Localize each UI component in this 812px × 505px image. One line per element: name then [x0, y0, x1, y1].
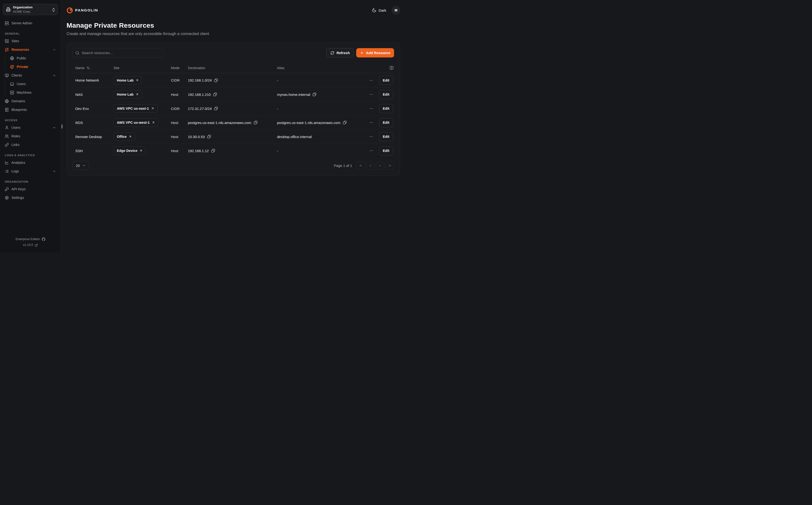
toggle-columns-button[interactable] [390, 66, 394, 70]
cell-site: Home Lab [111, 90, 168, 99]
alias-value: postgres.us-east-1.rds.amazonaws.com [277, 121, 341, 125]
sidebar-item-machines[interactable]: Machines [5, 88, 58, 97]
sidebar-item-settings[interactable]: Settings [3, 193, 58, 202]
edit-button[interactable]: Edit [379, 118, 393, 127]
copy-icon [207, 135, 211, 139]
edit-button[interactable]: Edit [379, 132, 393, 141]
pagination-buttons [356, 161, 394, 170]
add-resource-button[interactable]: Add Resource [356, 48, 394, 57]
globe-lock-icon [10, 65, 14, 69]
sidebar-item-public[interactable]: Public [5, 54, 58, 62]
row-menu-button[interactable] [369, 92, 373, 97]
org-switcher-value: ACME Corp. [13, 10, 49, 14]
sidebar-item-label: Public [17, 56, 56, 60]
theme-toggle[interactable]: Dark [372, 8, 386, 13]
copy-destination-button[interactable] [214, 78, 218, 82]
edit-button[interactable]: Edit [379, 90, 393, 99]
sidebar-item-resources[interactable]: Resources [3, 45, 58, 54]
cell-name: NAS [72, 93, 111, 97]
first-page-button[interactable] [356, 161, 365, 170]
copy-destination-button[interactable] [214, 107, 218, 111]
resource-name: Remote Desktop [75, 135, 102, 139]
mode-value: Host [171, 135, 178, 139]
page-status: Page 1 of 1 [334, 164, 352, 168]
avatar[interactable]: M [392, 6, 400, 14]
row-menu-button[interactable] [369, 106, 373, 111]
external-link-icon [35, 243, 38, 247]
row-menu-button[interactable] [369, 78, 373, 82]
copy-icon [254, 121, 257, 125]
pagination-right: Page 1 of 1 [334, 161, 394, 170]
column-header-name[interactable]: Name [72, 66, 111, 70]
sidebar-item-clients[interactable]: Clients [3, 71, 58, 79]
monitor-up-icon [5, 73, 9, 77]
cell-mode: Host [168, 135, 185, 139]
chevron-down-icon [82, 164, 85, 167]
server-icon [5, 21, 9, 25]
sidebar-item-server-admin[interactable]: Server Admin [3, 19, 58, 27]
sidebar-item-blueprints[interactable]: Blueprints [3, 106, 58, 114]
cell-alias: - [274, 149, 358, 153]
copy-destination-button[interactable] [211, 149, 215, 153]
sidebar-item-users[interactable]: Users [5, 79, 58, 88]
edit-button[interactable]: Edit [379, 146, 393, 155]
resource-name: SSH [75, 149, 83, 153]
site-link[interactable]: Home Lab [114, 90, 142, 99]
page-size-select[interactable]: 20 [72, 161, 89, 170]
chevrons-right-icon [388, 164, 392, 167]
column-header-label: Destination [188, 66, 205, 70]
sidebar-item-logs[interactable]: Logs [3, 167, 58, 175]
sidebar-item-private[interactable]: Private [5, 62, 58, 71]
copy-alias-button[interactable] [313, 93, 317, 96]
chevron-right-icon [378, 164, 382, 167]
sidebar-item-label: Logs [11, 169, 50, 173]
org-switcher[interactable]: Organization ACME Corp. [3, 4, 58, 15]
site-link[interactable]: AWS VPC us-east-1 [114, 104, 158, 113]
column-header-actions [358, 66, 394, 70]
version-label: v1.13.0 [23, 242, 33, 248]
cell-destination: 192.168.1.0/24 [185, 78, 274, 82]
cell-mode: Host [168, 121, 185, 125]
refresh-icon [331, 51, 334, 55]
prev-page-button[interactable] [366, 161, 375, 170]
edit-button[interactable]: Edit [379, 104, 393, 113]
copy-destination-button[interactable] [207, 135, 211, 139]
search-input[interactable] [72, 48, 164, 57]
resource-name: NAS [75, 93, 83, 97]
row-menu-button[interactable] [369, 121, 373, 125]
site-link[interactable]: Home Lab [114, 76, 142, 85]
resource-name: Dev Env [75, 107, 89, 111]
refresh-button[interactable]: Refresh [327, 48, 354, 57]
cell-name: Dev Env [72, 107, 111, 111]
sidebar-item-links[interactable]: Links [3, 140, 58, 149]
sidebar-item-users[interactable]: Users [3, 123, 58, 132]
sidebar-item-api-keys[interactable]: API Keys [3, 185, 58, 193]
copy-destination-button[interactable] [213, 93, 217, 96]
sidebar-item-analytics[interactable]: Analytics [3, 158, 58, 167]
version-link[interactable]: v1.13.0 [3, 242, 58, 248]
row-menu-button[interactable] [369, 135, 373, 139]
edition-link[interactable]: Enterprise Edition [3, 236, 58, 242]
site-link[interactable]: Edge Device [114, 146, 146, 155]
cell-actions: Edit [358, 75, 394, 85]
site-link[interactable]: Office [114, 132, 135, 141]
chevron-up-icon [52, 48, 56, 51]
sidebar-item-roles[interactable]: Roles [3, 132, 58, 140]
sidebar-item-sites[interactable]: Sites [3, 37, 58, 45]
sidebar-scrollbar-thumb[interactable] [61, 125, 62, 129]
arrow-up-right-icon [151, 107, 154, 110]
copy-alias-button[interactable] [343, 121, 347, 125]
ellipsis-icon [369, 92, 373, 97]
copy-icon [213, 93, 217, 96]
sidebar-item-label: Links [11, 143, 56, 147]
copy-destination-button[interactable] [254, 121, 257, 125]
last-page-button[interactable] [386, 161, 394, 170]
sidebar-item-domains[interactable]: Domains [3, 97, 58, 106]
next-page-button[interactable] [376, 161, 384, 170]
brand[interactable]: PANGOLIN [66, 7, 98, 14]
edit-button[interactable]: Edit [379, 75, 393, 85]
mode-value: CIDR [171, 78, 180, 82]
site-link[interactable]: AWS VPC us-west-1 [114, 118, 158, 127]
sidebar-item-label: Settings [11, 196, 56, 200]
row-menu-button[interactable] [369, 149, 373, 153]
